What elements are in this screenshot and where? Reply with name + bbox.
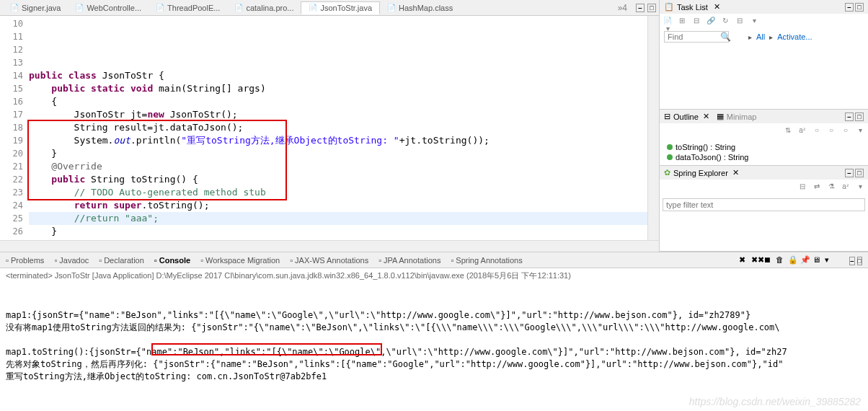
hide-fields-icon[interactable]: ○ bbox=[812, 126, 822, 136]
close-icon[interactable]: ✕ bbox=[714, 2, 720, 12]
console-line: 重写toString方法,继承Object的toString: com.cn.J… bbox=[6, 371, 862, 383]
editor-tab[interactable]: 📄catalina.pro... bbox=[227, 1, 301, 14]
new-task-icon[interactable]: 📄▾ bbox=[663, 17, 673, 27]
code-line[interactable]: } bbox=[29, 147, 647, 160]
spring-explorer-title: Spring Explorer bbox=[673, 169, 728, 177]
editor-tab[interactable]: 📄ThreadPoolE... bbox=[149, 1, 227, 14]
minimize-icon[interactable]: ‒ bbox=[845, 3, 854, 12]
bottom-tab[interactable]: ▫Declaration bbox=[99, 256, 144, 265]
console-header: <terminated> JsonToStr [Java Application… bbox=[0, 268, 868, 283]
find-input[interactable] bbox=[664, 31, 729, 43]
minimize-icon[interactable]: ‒ bbox=[849, 257, 855, 265]
bottom-tab-label: Problems bbox=[11, 256, 44, 265]
code-line[interactable]: public String dataToJson() bbox=[29, 238, 647, 240]
code-line[interactable]: // TODO Auto-generated method stub bbox=[29, 186, 647, 199]
filter-input[interactable] bbox=[663, 198, 865, 211]
jpa-icon: ▫ bbox=[378, 256, 381, 265]
clear-icon[interactable]: 🗑 bbox=[776, 255, 786, 265]
maximize-icon[interactable]: □ bbox=[855, 3, 864, 12]
pin-icon[interactable]: 📌 bbox=[800, 255, 810, 265]
line-number: 20 bbox=[0, 147, 23, 160]
bottom-tab[interactable]: ▫Spring Annotations bbox=[451, 256, 522, 265]
menu-icon[interactable]: ▾ bbox=[855, 182, 865, 193]
minimize-icon[interactable]: ‒ bbox=[845, 169, 854, 177]
editor-tab[interactable]: 📄HashMap.class bbox=[380, 1, 460, 14]
bottom-tab[interactable]: ▫Workspace Migration bbox=[200, 256, 280, 265]
display-icon[interactable]: 🖥 bbox=[812, 255, 823, 265]
code-line[interactable]: return super.toString(); bbox=[29, 199, 647, 212]
collapse-all-icon[interactable]: ⊟ bbox=[797, 182, 807, 193]
categorize-icon[interactable]: ⊞ bbox=[677, 17, 687, 27]
close-icon[interactable]: ✕ bbox=[703, 112, 709, 121]
more-tabs-indicator[interactable]: »4 bbox=[612, 3, 633, 13]
search-icon[interactable]: 🔍 bbox=[720, 32, 731, 42]
filter-icon[interactable]: ⚗ bbox=[826, 182, 836, 193]
console-output[interactable]: map1:{jsonStr={"name":"BeJson","links":"… bbox=[0, 283, 868, 384]
maximize-icon[interactable]: □ bbox=[855, 169, 864, 177]
console-line: map1.toString():{jsonStr={"name":"BeJson… bbox=[6, 346, 862, 358]
code-line[interactable]: } bbox=[29, 225, 647, 238]
code-line[interactable]: { bbox=[29, 95, 647, 108]
close-icon[interactable]: ✕ bbox=[732, 168, 739, 177]
code-editor[interactable]: 1011121314151617181920212223242526 publi… bbox=[0, 16, 659, 240]
open-console-icon[interactable]: ▾ bbox=[825, 255, 835, 265]
code-line[interactable]: //return "aaa"; bbox=[29, 212, 647, 225]
code-line[interactable]: @Override bbox=[29, 160, 647, 173]
remove-all-icon[interactable]: ✖✖ bbox=[751, 255, 761, 265]
minimap-title[interactable]: Minimap bbox=[727, 112, 757, 121]
hide-static-icon[interactable]: ○ bbox=[826, 126, 836, 136]
focus-icon[interactable]: ⊟ bbox=[691, 17, 701, 27]
terminate-icon[interactable]: ⏹ bbox=[763, 255, 774, 265]
editor-tab[interactable]: 📄Signer.java bbox=[3, 1, 68, 14]
bottom-tab[interactable]: ▫Problems bbox=[6, 256, 44, 265]
outline-item[interactable]: dataToJson() : String bbox=[667, 152, 861, 162]
remove-launch-icon[interactable]: ✖ bbox=[739, 255, 749, 265]
hide-nonpublic-icon[interactable]: ○ bbox=[841, 126, 851, 136]
spring-icon: ▫ bbox=[451, 256, 453, 265]
code-line[interactable]: public static void main(String[] args) bbox=[29, 82, 647, 95]
vertical-scrollbar[interactable] bbox=[647, 16, 659, 240]
sort-az-icon[interactable]: aᶻ bbox=[841, 182, 851, 193]
console-line bbox=[6, 334, 862, 346]
editor-tab[interactable]: 📄JsonToStr.java bbox=[301, 1, 380, 14]
minimize-icon[interactable]: ‒ bbox=[845, 112, 854, 121]
link-editor-icon[interactable]: ⇄ bbox=[812, 182, 822, 193]
sync-icon[interactable]: ↻ bbox=[720, 17, 730, 27]
az-icon[interactable]: aᶻ bbox=[797, 126, 807, 136]
menu-icon[interactable]: ▾ bbox=[749, 17, 759, 27]
line-number: 17 bbox=[0, 108, 23, 121]
outline-item[interactable]: toString() : String bbox=[667, 142, 861, 152]
javadoc-icon: ▫ bbox=[54, 256, 57, 265]
bottom-tab-label: Spring Annotations bbox=[456, 256, 522, 265]
bottom-tab[interactable]: ▫Console bbox=[154, 256, 190, 265]
editor-tab[interactable]: 📄WebControlle... bbox=[68, 1, 149, 14]
horizontal-scrollbar[interactable] bbox=[0, 240, 659, 252]
bottom-tab[interactable]: ▫JAX-WS Annotations bbox=[290, 256, 368, 265]
collapse-icon[interactable]: ⊟ bbox=[735, 17, 745, 27]
link-icon[interactable]: 🔗 bbox=[706, 17, 716, 27]
activate-link[interactable]: Activate... bbox=[777, 32, 812, 41]
code-line[interactable]: JsonToStr jt=new JsonToStr(); bbox=[29, 108, 647, 121]
tab-label: catalina.pro... bbox=[246, 4, 293, 12]
declaration-icon: ▫ bbox=[99, 256, 102, 265]
java-file-icon: 📄 bbox=[10, 4, 19, 12]
maximize-icon[interactable]: □ bbox=[855, 112, 864, 121]
minimize-icon[interactable]: ‒ bbox=[636, 4, 645, 12]
bottom-tab[interactable]: ▫Javadoc bbox=[54, 256, 89, 265]
all-link[interactable]: All bbox=[756, 32, 765, 41]
bottom-tab-label: Declaration bbox=[104, 256, 144, 265]
code-line[interactable]: public class JsonToStr { bbox=[29, 69, 647, 82]
bottom-tab[interactable]: ▫JPA Annotations bbox=[378, 256, 440, 265]
code-line[interactable]: String result=jt.dataToJson(); bbox=[29, 121, 647, 134]
line-number: 16 bbox=[0, 95, 23, 108]
menu-icon[interactable]: ▾ bbox=[855, 126, 865, 136]
code-line[interactable] bbox=[29, 56, 647, 69]
scroll-lock-icon[interactable]: 🔒 bbox=[788, 255, 798, 265]
sort-icon[interactable]: ⇅ bbox=[783, 126, 793, 136]
maximize-icon[interactable]: □ bbox=[857, 257, 862, 265]
maximize-icon[interactable]: □ bbox=[647, 4, 656, 12]
code-line[interactable]: public String toString() { bbox=[29, 173, 647, 186]
method-icon bbox=[667, 144, 673, 150]
workspace-icon: ▫ bbox=[200, 256, 203, 265]
code-line[interactable]: System.out.println("重写toString方法,继承Objec… bbox=[29, 134, 647, 147]
